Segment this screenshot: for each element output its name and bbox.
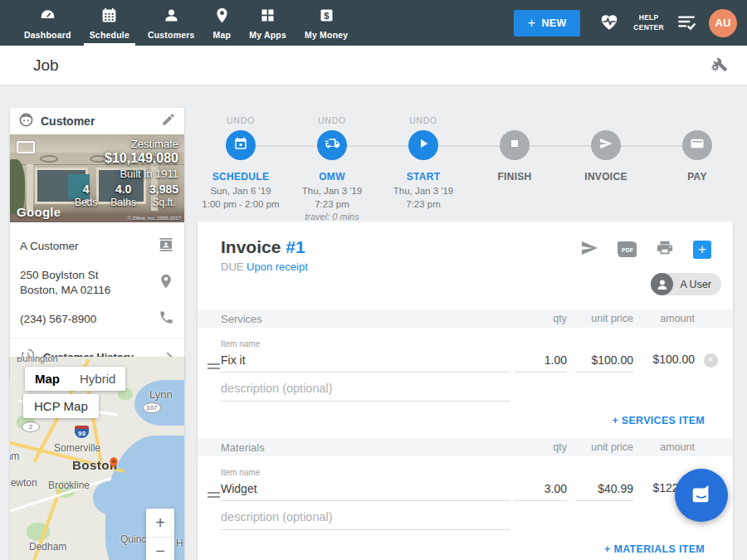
send-invoice-icon[interactable]: [579, 238, 599, 261]
top-navbar: Dashboard Schedule Customers Map My Apps…: [0, 0, 747, 46]
zoom-out-button[interactable]: −: [146, 537, 174, 560]
nav-item-my-money[interactable]: $ My Money: [295, 0, 357, 46]
route-2-shield: 2: [22, 421, 40, 432]
due-value-link[interactable]: Upon receipt: [247, 261, 308, 273]
hybrid-button[interactable]: Hybrid: [70, 367, 125, 391]
phone-icon[interactable]: [159, 309, 174, 329]
nav-item-map[interactable]: Map: [204, 0, 241, 46]
item-name-cell: Item name: [221, 339, 510, 373]
zoom-in-button[interactable]: +: [146, 509, 174, 537]
pdf-icon[interactable]: PDF: [618, 242, 637, 257]
photo-building-detail: [40, 155, 58, 163]
item-name-label: Item name: [221, 468, 510, 477]
invoice-actions: PDF +: [579, 238, 711, 261]
customer-card-title: Customer: [41, 114, 161, 128]
finish-step-button[interactable]: [500, 130, 530, 160]
nav-label: Dashboard: [24, 30, 71, 40]
assigned-user-chip[interactable]: A User: [651, 273, 721, 295]
stat-sqft: 3,985Sq.ft.: [149, 183, 178, 208]
chat-fab-button[interactable]: [675, 469, 728, 522]
i93-shield: 93: [75, 426, 89, 438]
map-marker-pin[interactable]: [107, 456, 120, 473]
add-materials-item-link[interactable]: + MATERIALS ITEM: [198, 530, 733, 560]
map-label-newton: Newton: [10, 477, 37, 489]
omw-step-button[interactable]: [317, 130, 347, 160]
undo-link[interactable]: UNDO: [318, 115, 346, 127]
edit-pencil-icon[interactable]: [161, 112, 176, 130]
new-button-label: NEW: [541, 17, 566, 29]
job-timeline: UNDO SCHEDULE Sun, Jan 6 '191:00 pm - 2:…: [195, 115, 743, 224]
item-name-input[interactable]: [221, 477, 510, 501]
start-step-button[interactable]: [408, 130, 438, 160]
undo-link[interactable]: UNDO: [409, 115, 437, 127]
help-center-line2: CENTER: [633, 23, 664, 32]
user-avatar[interactable]: AU: [709, 9, 737, 37]
nav-item-customers[interactable]: Customers: [139, 0, 204, 46]
customer-card-header: Customer: [10, 108, 184, 134]
customers-icon: [163, 7, 180, 30]
contact-card-icon[interactable]: [158, 236, 174, 256]
drag-handle-icon[interactable]: [208, 361, 220, 372]
schedule-icon: [100, 7, 118, 30]
job-tools-icon[interactable]: [710, 54, 729, 76]
assigned-user-name: A User: [673, 279, 721, 290]
nav-item-my-apps[interactable]: My Apps: [240, 0, 295, 46]
unit-price-input[interactable]: [575, 348, 633, 373]
step-date: Sun, Jan 6 '191:00 pm - 2:00 pm: [202, 185, 279, 211]
print-icon[interactable]: [656, 239, 674, 261]
street-view-photo[interactable]: Zestimate $10,149,080 Built in 1911 4Bed…: [10, 134, 184, 222]
map-card[interactable]: Burlington Lynn 107 2 93 Somerville ham …: [10, 357, 184, 560]
nav-item-dashboard[interactable]: Dashboard: [15, 0, 81, 46]
health-heart-icon[interactable]: [598, 11, 620, 36]
description-input[interactable]: [221, 504, 510, 530]
hcp-map-button[interactable]: HCP Map: [23, 394, 99, 418]
customer-name: A Customer: [20, 239, 79, 254]
help-center-link[interactable]: HELP CENTER: [633, 13, 664, 32]
location-pin-icon[interactable]: [158, 273, 174, 293]
my-money-icon: $: [318, 7, 335, 30]
invoice-step-button[interactable]: [591, 130, 621, 160]
nav-label: My Apps: [249, 30, 286, 40]
nav-label: Map: [213, 30, 232, 40]
schedule-step-button[interactable]: [226, 130, 256, 160]
item-name-input[interactable]: [221, 348, 510, 373]
send-icon: [598, 136, 613, 154]
zestimate-overlay: Zestimate $10,149,080 Built in 1911 4Bed…: [75, 138, 178, 208]
google-logo: Google: [17, 205, 61, 219]
customer-face-icon: [18, 112, 34, 131]
add-services-item-link[interactable]: + SERVICES ITEM: [198, 402, 733, 438]
unit-price-input[interactable]: [575, 477, 633, 501]
pay-step-button[interactable]: [682, 130, 712, 160]
map-label-dedham: Dedham: [29, 541, 66, 553]
timeline-step-finish: FINISH: [469, 115, 560, 224]
add-invoice-icon[interactable]: +: [693, 241, 711, 259]
new-button[interactable]: + NEW: [514, 10, 580, 37]
map-water: [134, 380, 184, 426]
checklist-icon[interactable]: [676, 11, 697, 36]
undo-link[interactable]: UNDO: [227, 115, 255, 127]
item-name-cell: Item name: [221, 468, 510, 501]
photo-column: [27, 164, 33, 211]
qty-input[interactable]: [515, 348, 567, 373]
qty-cell: [510, 477, 567, 501]
drag-handle-icon[interactable]: [208, 489, 220, 500]
map-label-lynn: Lynn: [149, 388, 173, 401]
stop-icon: [508, 137, 521, 153]
step-label: FINISH: [497, 171, 531, 183]
street-view-expand-icon[interactable]: [17, 141, 35, 153]
map-button[interactable]: Map: [25, 367, 70, 391]
unit-price-cell: [567, 348, 633, 373]
step-label: OMW: [319, 171, 345, 183]
invoice-number: #1: [286, 237, 305, 256]
my-apps-icon: [259, 7, 276, 30]
step-date: Thu, Jan 3 '197:23 pm: [393, 185, 454, 211]
nav-item-schedule[interactable]: Schedule: [81, 0, 139, 46]
qty-input[interactable]: [515, 477, 567, 501]
remove-item-icon[interactable]: ×: [704, 353, 718, 368]
calendar-icon: [233, 136, 248, 154]
step-label: INVOICE: [584, 171, 627, 183]
svg-text:$: $: [324, 10, 330, 20]
description-input[interactable]: [221, 376, 510, 402]
qty-header: qty: [510, 313, 567, 324]
user-silhouette-icon: [651, 273, 673, 295]
